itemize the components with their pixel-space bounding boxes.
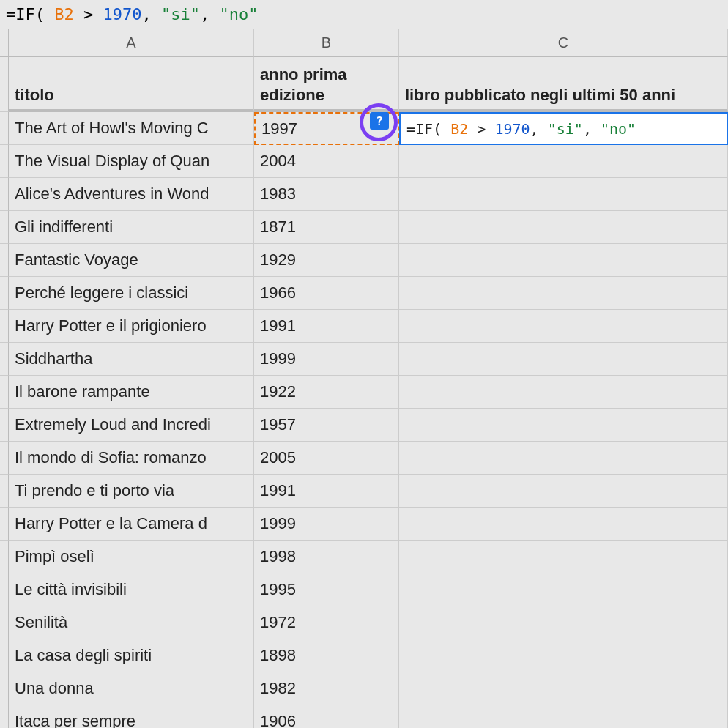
cell[interactable] — [399, 310, 728, 343]
cell[interactable] — [399, 475, 728, 508]
formula-num: 1970 — [103, 5, 141, 23]
row-handle[interactable] — [0, 705, 9, 728]
cell[interactable] — [399, 178, 728, 211]
table-row: Harry Potter e la Camera d 1999 — [0, 508, 728, 541]
table-row: Il mondo di Sofia: romanzo 2005 — [0, 442, 728, 475]
cell[interactable]: Le città invisibili — [9, 573, 254, 606]
cell[interactable]: The Visual Display of Quan — [9, 145, 254, 178]
cell[interactable]: 1966 — [254, 277, 399, 310]
row-handle[interactable] — [0, 211, 9, 244]
col-header-A[interactable]: A — [9, 29, 254, 57]
table-row: The Visual Display of Quan 2004 — [0, 145, 728, 178]
cell[interactable]: 1898 — [254, 639, 399, 672]
cell[interactable]: Alice's Adventures in Wond — [9, 178, 254, 211]
cell[interactable]: Il mondo di Sofia: romanzo — [9, 442, 254, 475]
header-year[interactable]: anno prima edizione — [254, 57, 399, 112]
cell-C2-editing[interactable]: ? =IF( B2 > 1970 , "si" , "no" — [399, 112, 728, 145]
row-handle[interactable] — [0, 145, 9, 178]
cell[interactable]: 1991 — [254, 475, 399, 508]
row-handle[interactable] — [0, 541, 9, 573]
cell[interactable]: Il barone rampante — [9, 376, 254, 409]
cell[interactable]: Harry Potter e il prigioniero — [9, 310, 254, 343]
row-handle[interactable] — [0, 57, 9, 112]
cell[interactable]: 1982 — [254, 672, 399, 705]
spreadsheet-grid[interactable]: A B C titolo anno prima edizione libro p… — [0, 29, 728, 728]
row-handle[interactable] — [0, 277, 9, 310]
cell[interactable]: Perché leggere i classici — [9, 277, 254, 310]
cell[interactable]: 1999 — [254, 508, 399, 541]
row-handle[interactable] — [0, 508, 9, 541]
cell[interactable] — [399, 541, 728, 573]
col-header-C[interactable]: C — [399, 29, 728, 57]
row-handle[interactable] — [0, 343, 9, 376]
cell[interactable] — [399, 672, 728, 705]
cell[interactable]: 1957 — [254, 409, 399, 442]
table-row: Harry Potter e il prigioniero 1991 — [0, 310, 728, 343]
cell[interactable]: Senilità — [9, 606, 254, 639]
cell[interactable]: Una donna — [9, 672, 254, 705]
cell[interactable] — [399, 573, 728, 606]
cell[interactable] — [399, 705, 728, 728]
formula-help-icon[interactable]: ? — [370, 112, 389, 130]
row-handle[interactable] — [0, 672, 9, 705]
row-handle[interactable] — [0, 409, 9, 442]
cell[interactable]: 1998 — [254, 541, 399, 573]
cell[interactable]: 1991 — [254, 310, 399, 343]
row-handle[interactable] — [0, 376, 9, 409]
cell[interactable] — [399, 376, 728, 409]
corner-handle[interactable] — [0, 29, 9, 57]
row-handle[interactable] — [0, 310, 9, 343]
table-row: La casa degli spiriti 1898 — [0, 639, 728, 672]
cell[interactable]: 1983 — [254, 178, 399, 211]
formula-text: =IF( — [6, 5, 54, 23]
cell[interactable]: 1995 — [254, 573, 399, 606]
row-handle[interactable] — [0, 573, 9, 606]
cell[interactable]: 1871 — [254, 211, 399, 244]
formula-bar[interactable]: =IF( B2 > 1970 , "si" , "no" — [0, 0, 728, 29]
cell[interactable]: 1999 — [254, 343, 399, 376]
cell[interactable]: Harry Potter e la Camera d — [9, 508, 254, 541]
cell[interactable] — [399, 409, 728, 442]
cell[interactable]: 2004 — [254, 145, 399, 178]
cell[interactable]: 2005 — [254, 442, 399, 475]
cell[interactable] — [399, 244, 728, 277]
cell[interactable]: 1922 — [254, 376, 399, 409]
table-row: Ti prendo e ti porto via 1991 — [0, 475, 728, 508]
cell[interactable] — [399, 211, 728, 244]
row-handle[interactable] — [0, 442, 9, 475]
row-handle[interactable] — [0, 606, 9, 639]
header-published[interactable]: libro pubblicato negli ultimi 50 anni — [399, 57, 728, 112]
cell[interactable] — [399, 442, 728, 475]
cell[interactable] — [399, 277, 728, 310]
header-title[interactable]: titolo — [9, 57, 254, 112]
cell[interactable]: Siddhartha — [9, 343, 254, 376]
cell[interactable] — [399, 639, 728, 672]
col-header-B[interactable]: B — [254, 29, 399, 57]
cell[interactable] — [399, 606, 728, 639]
row-handle[interactable] — [0, 178, 9, 211]
cell[interactable]: Extremely Loud and Incredi — [9, 409, 254, 442]
cell[interactable]: 1972 — [254, 606, 399, 639]
row-handle[interactable] — [0, 639, 9, 672]
formula-str2: "no" — [219, 5, 258, 23]
cell[interactable]: Pimpì oselì — [9, 541, 254, 573]
row-handle[interactable] — [0, 112, 9, 145]
cell[interactable]: Ti prendo e ti porto via — [9, 475, 254, 508]
cell[interactable] — [399, 343, 728, 376]
cell[interactable]: 1929 — [254, 244, 399, 277]
cell[interactable]: Gli indifferenti — [9, 211, 254, 244]
table-row: Extremely Loud and Incredi 1957 — [0, 409, 728, 442]
cell[interactable]: La casa degli spiriti — [9, 639, 254, 672]
row-handle[interactable] — [0, 475, 9, 508]
cell-A2[interactable]: The Art of Howl's Moving C — [9, 112, 254, 145]
table-row: Fantastic Voyage 1929 — [0, 244, 728, 277]
row-handle[interactable] — [0, 244, 9, 277]
cell[interactable] — [399, 508, 728, 541]
header-row: titolo anno prima edizione libro pubblic… — [0, 57, 728, 112]
cell[interactable] — [399, 145, 728, 178]
table-row: Perché leggere i classici 1966 — [0, 277, 728, 310]
cell[interactable]: 1906 — [254, 705, 399, 728]
cell[interactable]: Itaca per sempre — [9, 705, 254, 728]
table-row: Il barone rampante 1922 — [0, 376, 728, 409]
cell[interactable]: Fantastic Voyage — [9, 244, 254, 277]
